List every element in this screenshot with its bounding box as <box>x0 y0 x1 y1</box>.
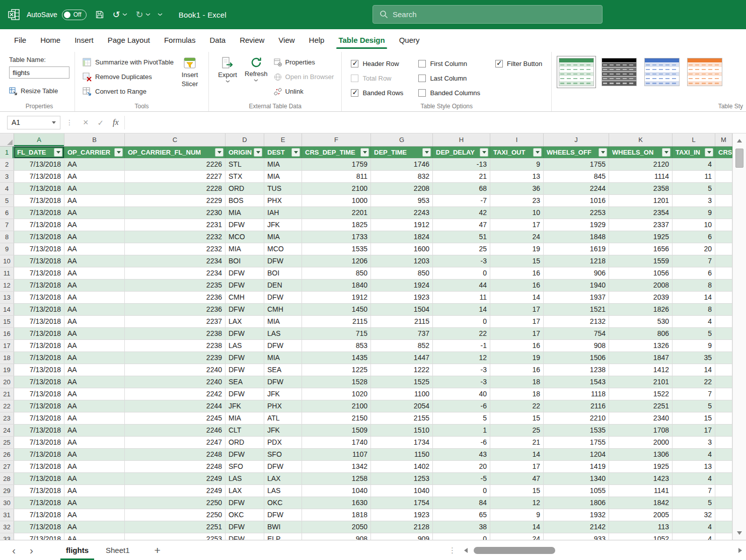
cell[interactable]: CMH <box>264 304 302 315</box>
cell[interactable] <box>715 449 732 460</box>
cell[interactable]: STX <box>226 171 264 182</box>
cell[interactable] <box>715 267 732 279</box>
undo-icon[interactable]: ↺ <box>113 10 120 19</box>
menu-tab-data[interactable]: Data <box>202 29 233 50</box>
cell[interactable]: 1912 <box>302 292 371 303</box>
cell[interactable]: 1840 <box>302 279 371 291</box>
cell[interactable]: 15 <box>490 485 544 497</box>
cell[interactable]: 113 <box>609 521 673 533</box>
table-style-green[interactable] <box>557 56 596 88</box>
cell[interactable]: TUS <box>264 183 302 194</box>
filter-button[interactable] <box>480 148 488 157</box>
table-column-header-wheels-off[interactable]: WHEELS_OFF <box>544 147 609 158</box>
checkbox-icon[interactable] <box>351 75 358 82</box>
cell[interactable]: 2008 <box>609 279 673 291</box>
cell[interactable]: 1848 <box>544 231 609 243</box>
cell[interactable]: LAS <box>264 485 302 497</box>
cell[interactable]: DFW <box>226 267 264 279</box>
checkbox-icon[interactable] <box>351 60 358 67</box>
vertical-scrollbar[interactable] <box>732 133 746 540</box>
cell[interactable]: 1204 <box>544 449 609 460</box>
cell[interactable]: 38 <box>433 521 490 533</box>
cell[interactable]: 953 <box>371 195 433 206</box>
cell[interactable]: 4 <box>673 521 715 533</box>
cell[interactable]: AA <box>64 400 125 412</box>
cell[interactable]: AA <box>64 521 125 533</box>
cell[interactable]: 850 <box>302 267 371 279</box>
redo-icon[interactable]: ↻ <box>136 10 143 19</box>
cell[interactable]: 853 <box>302 340 371 352</box>
cell[interactable]: 2247 <box>125 437 226 448</box>
export-button[interactable]: Export <box>214 55 241 83</box>
cell[interactable]: DFW <box>226 364 264 376</box>
cell[interactable] <box>715 340 732 352</box>
cell[interactable]: 7 <box>673 485 715 497</box>
cell[interactable]: -7 <box>433 195 490 206</box>
name-box[interactable]: A1 <box>7 116 60 129</box>
cell[interactable]: STL <box>226 159 264 170</box>
cell[interactable]: 1754 <box>371 497 433 509</box>
row-number[interactable]: 10 <box>0 255 14 267</box>
menu-tab-insert[interactable]: Insert <box>67 29 101 50</box>
cell[interactable]: 1847 <box>609 352 673 364</box>
cell[interactable]: 1419 <box>544 461 609 472</box>
menu-tab-home[interactable]: Home <box>33 29 67 50</box>
refresh-button[interactable]: Refresh <box>241 55 271 82</box>
cell[interactable]: 12 <box>490 497 544 509</box>
cell[interactable]: 909 <box>371 533 433 540</box>
cell[interactable] <box>715 292 732 303</box>
column-header-A[interactable]: A <box>14 133 64 146</box>
cell[interactable] <box>715 219 732 231</box>
row-number[interactable]: 19 <box>0 364 14 376</box>
cell[interactable]: 2005 <box>609 509 673 521</box>
cell[interactable]: 1218 <box>544 255 609 267</box>
cell[interactable]: 8 <box>673 279 715 291</box>
cell[interactable]: 2238 <box>125 328 226 339</box>
filter-button[interactable] <box>422 148 431 157</box>
cell[interactable]: 2208 <box>371 183 433 194</box>
cell[interactable]: 1203 <box>371 255 433 267</box>
row-number[interactable]: 29 <box>0 485 14 497</box>
cell[interactable]: 811 <box>302 171 371 182</box>
cell[interactable]: 845 <box>544 171 609 182</box>
cell[interactable]: 2230 <box>125 207 226 219</box>
cell[interactable]: BOI <box>226 255 264 267</box>
cell[interactable]: 11 <box>433 292 490 303</box>
row-number[interactable]: 5 <box>0 195 14 206</box>
cell[interactable]: 2155 <box>371 412 433 424</box>
row-number[interactable]: 13 <box>0 292 14 303</box>
row-number[interactable]: 30 <box>0 497 14 509</box>
cell[interactable]: DFW <box>226 497 264 509</box>
cell[interactable]: 7/13/2018 <box>14 521 64 533</box>
sheet-nav-next-icon[interactable]: › <box>30 545 33 555</box>
column-header-B[interactable]: B <box>64 133 125 146</box>
cell[interactable]: 7/13/2018 <box>14 497 64 509</box>
checkbox-icon[interactable] <box>418 89 426 97</box>
cell[interactable]: 850 <box>371 267 433 279</box>
style-option-banded-columns[interactable]: Banded Columns <box>418 89 480 97</box>
cell[interactable]: 1759 <box>302 159 371 170</box>
filter-button[interactable] <box>360 148 369 157</box>
cell[interactable]: 42 <box>433 207 490 219</box>
cell[interactable]: 16 <box>490 267 544 279</box>
cell[interactable]: 737 <box>371 328 433 339</box>
cell[interactable]: 906 <box>544 267 609 279</box>
cell[interactable]: 933 <box>544 533 609 540</box>
cell[interactable]: AA <box>64 412 125 424</box>
cell[interactable]: 2232 <box>125 231 226 243</box>
cell[interactable]: AA <box>64 437 125 448</box>
enter-icon[interactable]: ✓ <box>98 119 104 126</box>
cell[interactable]: 1543 <box>544 376 609 388</box>
cell[interactable]: 2244 <box>125 400 226 412</box>
cell[interactable]: 51 <box>433 231 490 243</box>
cell[interactable]: BOS <box>226 195 264 206</box>
insert-function-icon[interactable]: fx <box>113 118 119 127</box>
cell[interactable]: 2101 <box>609 376 673 388</box>
cell[interactable]: MIA <box>226 243 264 255</box>
cell[interactable]: 1521 <box>544 304 609 315</box>
autosave-toggle[interactable]: Off <box>62 10 87 20</box>
cell[interactable] <box>715 485 732 497</box>
row-number[interactable]: 21 <box>0 388 14 400</box>
remove-duplicates-button[interactable]: Remove Duplicates <box>80 69 176 84</box>
cell[interactable]: LAS <box>226 473 264 484</box>
